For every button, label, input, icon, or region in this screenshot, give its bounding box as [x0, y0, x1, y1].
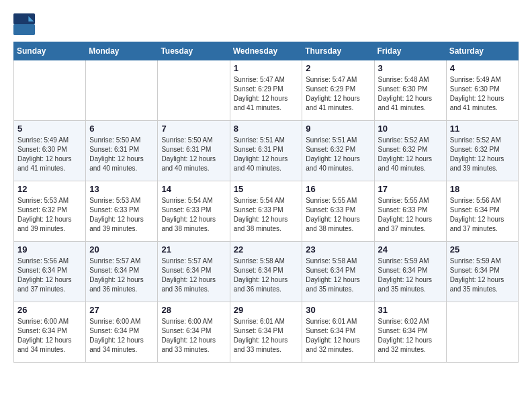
- day-info: Sunrise: 5:55 AM Sunset: 6:33 PM Dayligh…: [306, 196, 370, 234]
- day-info: Sunrise: 5:59 AM Sunset: 6:34 PM Dayligh…: [450, 257, 515, 294]
- day-number: 26: [17, 305, 82, 315]
- day-info: Sunrise: 5:55 AM Sunset: 6:33 PM Dayligh…: [378, 196, 443, 234]
- day-number: 1: [234, 63, 299, 73]
- calendar-table: SundayMondayTuesdayWednesdayThursdayFrid…: [13, 42, 519, 363]
- day-info: Sunrise: 5:56 AM Sunset: 6:34 PM Dayligh…: [450, 196, 515, 234]
- calendar-week-row: 26Sunrise: 6:00 AM Sunset: 6:34 PM Dayli…: [14, 302, 519, 363]
- day-number: 15: [234, 184, 299, 194]
- day-info: Sunrise: 5:49 AM Sunset: 6:30 PM Dayligh…: [17, 136, 82, 173]
- day-info: Sunrise: 5:59 AM Sunset: 6:34 PM Dayligh…: [378, 257, 443, 294]
- calendar-week-row: 12Sunrise: 5:53 AM Sunset: 6:32 PM Dayli…: [14, 181, 519, 242]
- day-info: Sunrise: 5:47 AM Sunset: 6:29 PM Dayligh…: [306, 75, 370, 113]
- calendar-cell: 8Sunrise: 5:51 AM Sunset: 6:31 PM Daylig…: [230, 121, 302, 181]
- calendar-cell: 21Sunrise: 5:57 AM Sunset: 6:34 PM Dayli…: [158, 242, 230, 302]
- calendar-cell: 15Sunrise: 5:54 AM Sunset: 6:33 PM Dayli…: [230, 181, 302, 242]
- day-number: 11: [450, 124, 515, 134]
- day-number: 19: [17, 244, 82, 255]
- calendar-cell: 25Sunrise: 5:59 AM Sunset: 6:34 PM Dayli…: [446, 242, 518, 302]
- day-number: 17: [378, 184, 443, 194]
- day-info: Sunrise: 5:54 AM Sunset: 6:33 PM Dayligh…: [161, 196, 226, 234]
- day-of-week-header: Sunday: [14, 42, 86, 60]
- calendar-header-row: SundayMondayTuesdayWednesdayThursdayFrid…: [14, 42, 519, 60]
- day-number: 4: [450, 63, 515, 73]
- calendar-cell: 22Sunrise: 5:58 AM Sunset: 6:34 PM Dayli…: [230, 242, 302, 302]
- calendar-cell: 1Sunrise: 5:47 AM Sunset: 6:29 PM Daylig…: [230, 60, 302, 121]
- day-of-week-header: Wednesday: [230, 42, 302, 60]
- calendar-cell: 28Sunrise: 6:00 AM Sunset: 6:34 PM Dayli…: [158, 302, 230, 363]
- calendar-cell: 29Sunrise: 6:01 AM Sunset: 6:34 PM Dayli…: [230, 302, 302, 363]
- calendar-cell: [158, 60, 230, 121]
- day-info: Sunrise: 5:53 AM Sunset: 6:32 PM Dayligh…: [17, 196, 82, 234]
- day-number: 22: [234, 244, 299, 255]
- day-number: 14: [161, 184, 226, 194]
- day-info: Sunrise: 5:52 AM Sunset: 6:32 PM Dayligh…: [450, 136, 515, 173]
- day-number: 9: [306, 124, 370, 134]
- day-info: Sunrise: 5:49 AM Sunset: 6:30 PM Dayligh…: [450, 75, 515, 113]
- calendar-cell: 6Sunrise: 5:50 AM Sunset: 6:31 PM Daylig…: [86, 121, 158, 181]
- calendar-week-row: 19Sunrise: 5:56 AM Sunset: 6:34 PM Dayli…: [14, 242, 519, 302]
- calendar-week-row: 5Sunrise: 5:49 AM Sunset: 6:30 PM Daylig…: [14, 121, 519, 181]
- calendar-cell: 19Sunrise: 5:56 AM Sunset: 6:34 PM Dayli…: [14, 242, 86, 302]
- calendar-cell: [14, 60, 86, 121]
- calendar-cell: [86, 60, 158, 121]
- day-info: Sunrise: 6:02 AM Sunset: 6:34 PM Dayligh…: [378, 317, 443, 355]
- day-info: Sunrise: 5:51 AM Sunset: 6:31 PM Dayligh…: [234, 136, 299, 173]
- day-number: 30: [306, 305, 370, 315]
- calendar-cell: 10Sunrise: 5:52 AM Sunset: 6:32 PM Dayli…: [374, 121, 446, 181]
- calendar-cell: 11Sunrise: 5:52 AM Sunset: 6:32 PM Dayli…: [446, 121, 518, 181]
- day-info: Sunrise: 5:56 AM Sunset: 6:34 PM Dayligh…: [17, 257, 82, 294]
- calendar-cell: 7Sunrise: 5:50 AM Sunset: 6:31 PM Daylig…: [158, 121, 230, 181]
- calendar-cell: 31Sunrise: 6:02 AM Sunset: 6:34 PM Dayli…: [374, 302, 446, 363]
- calendar-cell: 9Sunrise: 5:51 AM Sunset: 6:32 PM Daylig…: [302, 121, 374, 181]
- day-number: 16: [306, 184, 370, 194]
- day-info: Sunrise: 5:50 AM Sunset: 6:31 PM Dayligh…: [161, 136, 226, 173]
- day-number: 24: [378, 244, 443, 255]
- svg-rect-0: [13, 13, 35, 24]
- day-number: 13: [89, 184, 154, 194]
- day-of-week-header: Saturday: [446, 42, 518, 60]
- day-of-week-header: Thursday: [302, 42, 374, 60]
- calendar-cell: 4Sunrise: 5:49 AM Sunset: 6:30 PM Daylig…: [446, 60, 518, 121]
- day-number: 7: [161, 124, 226, 134]
- day-number: 29: [234, 305, 299, 315]
- day-number: 10: [378, 124, 443, 134]
- day-number: 3: [378, 63, 443, 73]
- day-info: Sunrise: 6:00 AM Sunset: 6:34 PM Dayligh…: [17, 317, 82, 355]
- logo: [13, 13, 38, 35]
- calendar-cell: [446, 302, 518, 363]
- calendar-cell: 12Sunrise: 5:53 AM Sunset: 6:32 PM Dayli…: [14, 181, 86, 242]
- day-info: Sunrise: 6:01 AM Sunset: 6:34 PM Dayligh…: [306, 317, 370, 355]
- day-info: Sunrise: 6:00 AM Sunset: 6:34 PM Dayligh…: [161, 317, 226, 355]
- day-number: 21: [161, 244, 226, 255]
- calendar-cell: 23Sunrise: 5:58 AM Sunset: 6:34 PM Dayli…: [302, 242, 374, 302]
- day-number: 20: [89, 244, 154, 255]
- calendar-cell: 26Sunrise: 6:00 AM Sunset: 6:34 PM Dayli…: [14, 302, 86, 363]
- calendar-cell: 30Sunrise: 6:01 AM Sunset: 6:34 PM Dayli…: [302, 302, 374, 363]
- calendar-cell: 5Sunrise: 5:49 AM Sunset: 6:30 PM Daylig…: [14, 121, 86, 181]
- day-number: 18: [450, 184, 515, 194]
- calendar-cell: 3Sunrise: 5:48 AM Sunset: 6:30 PM Daylig…: [374, 60, 446, 121]
- day-info: Sunrise: 5:58 AM Sunset: 6:34 PM Dayligh…: [306, 257, 370, 294]
- day-info: Sunrise: 6:01 AM Sunset: 6:34 PM Dayligh…: [234, 317, 299, 355]
- day-info: Sunrise: 6:00 AM Sunset: 6:34 PM Dayligh…: [89, 317, 154, 355]
- day-number: 23: [306, 244, 370, 255]
- logo-icon: [13, 13, 35, 35]
- day-info: Sunrise: 5:52 AM Sunset: 6:32 PM Dayligh…: [378, 136, 443, 173]
- calendar-cell: 18Sunrise: 5:56 AM Sunset: 6:34 PM Dayli…: [446, 181, 518, 242]
- svg-rect-1: [13, 24, 35, 35]
- day-of-week-header: Friday: [374, 42, 446, 60]
- calendar-cell: 24Sunrise: 5:59 AM Sunset: 6:34 PM Dayli…: [374, 242, 446, 302]
- calendar-week-row: 1Sunrise: 5:47 AM Sunset: 6:29 PM Daylig…: [14, 60, 519, 121]
- calendar-cell: 2Sunrise: 5:47 AM Sunset: 6:29 PM Daylig…: [302, 60, 374, 121]
- day-number: 12: [17, 184, 82, 194]
- day-number: 31: [378, 305, 443, 315]
- page-header: [13, 13, 519, 35]
- day-number: 28: [161, 305, 226, 315]
- day-info: Sunrise: 5:57 AM Sunset: 6:34 PM Dayligh…: [89, 257, 154, 294]
- day-number: 2: [306, 63, 370, 73]
- day-info: Sunrise: 5:47 AM Sunset: 6:29 PM Dayligh…: [234, 75, 299, 113]
- day-number: 5: [17, 124, 82, 134]
- calendar-cell: 27Sunrise: 6:00 AM Sunset: 6:34 PM Dayli…: [86, 302, 158, 363]
- calendar-cell: 20Sunrise: 5:57 AM Sunset: 6:34 PM Dayli…: [86, 242, 158, 302]
- day-number: 25: [450, 244, 515, 255]
